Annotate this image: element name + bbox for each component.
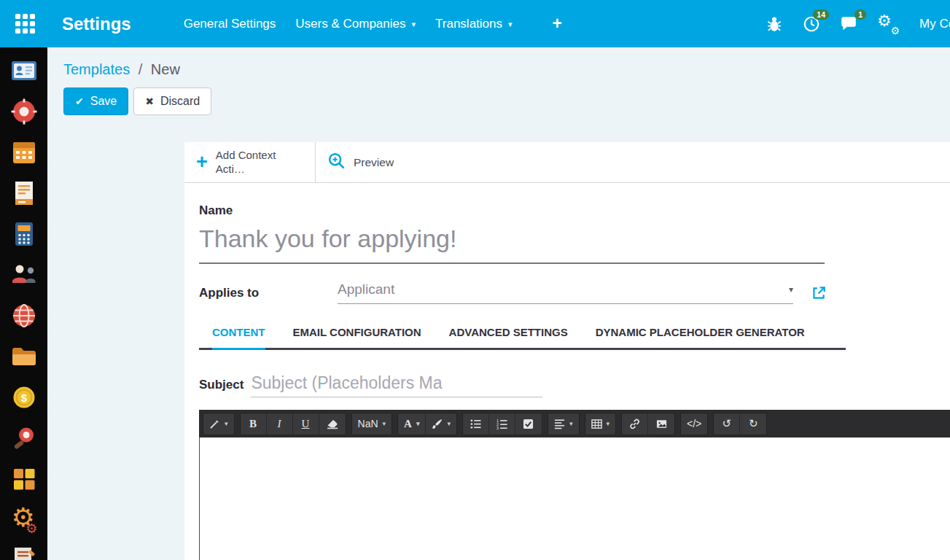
code-view-button[interactable]: </> (681, 413, 707, 435)
user-menu[interactable]: My Co (919, 17, 950, 31)
add-menu-button[interactable]: + (553, 14, 562, 34)
rich-text-editor: ▾ B I U NaN (199, 410, 950, 560)
settings-gears-icon[interactable]: ⚙ ⚙ (877, 14, 900, 34)
chevron-down-icon: ▾ (508, 20, 513, 28)
check-icon: ✔ (75, 96, 84, 107)
apps-grid-icon[interactable] (15, 14, 35, 34)
italic-button[interactable]: I (267, 413, 293, 435)
activities-badge: 14 (813, 9, 829, 20)
app-icon-calendar[interactable] (9, 138, 39, 167)
chevron-down-icon: ▾ (225, 420, 228, 427)
insert-image-button[interactable] (648, 413, 674, 435)
chevron-down-icon: ▾ (607, 420, 610, 427)
subject-field-label: Subject (199, 378, 244, 397)
app-icon-invoicing[interactable] (9, 179, 39, 208)
app-icon-helpdesk[interactable] (9, 97, 39, 126)
bulleted-list-button[interactable] (463, 413, 489, 435)
add-context-action-button[interactable]: + Add Context Acti… (184, 142, 316, 182)
breadcrumb-separator: / (139, 61, 143, 77)
tab-email-configuration[interactable]: EMAIL CONFIGURATION (293, 326, 421, 348)
plus-icon: + (196, 152, 208, 172)
external-link-icon[interactable] (811, 285, 827, 301)
style-magic-wand-button[interactable]: ▾ (203, 413, 234, 435)
activities-clock-icon[interactable]: 14 (803, 15, 820, 33)
cross-icon: ✖ (145, 96, 154, 107)
chevron-down-icon: ▾ (569, 420, 573, 427)
main-content: Templates / New ✔ Save ✖ Discard + Add C… (47, 47, 950, 560)
chevron-down-icon: ▾ (412, 20, 416, 28)
app-icon-contacts[interactable] (9, 56, 39, 85)
app-icon-partial-bottom[interactable] (9, 546, 39, 560)
form-body: Name Thank you for applying! Applies to … (184, 203, 950, 560)
messages-chat-icon[interactable]: 1 (840, 15, 857, 33)
tab-dynamic-placeholder-generator[interactable]: DYNAMIC PLACEHOLDER GENERATOR (596, 326, 805, 348)
messages-badge: 1 (854, 9, 866, 20)
chevron-down-icon: ▾ (416, 420, 420, 427)
name-input[interactable]: Thank you for applying! (199, 225, 825, 264)
chevron-down-icon: ▾ (789, 284, 793, 295)
undo-button[interactable]: ↺ (714, 413, 740, 435)
table-dropdown[interactable]: ▾ (585, 413, 616, 435)
systray: 14 1 ⚙ ⚙ My Co (766, 14, 950, 34)
numbered-list-button[interactable]: 123 (489, 413, 515, 435)
applies-to-row: Applies to Applicant ▾ (199, 281, 950, 304)
subject-input[interactable]: Subject (Placeholders Ma (251, 373, 542, 397)
insert-link-button[interactable] (622, 413, 648, 435)
font-size-dropdown[interactable]: NaN ▾ (352, 413, 392, 435)
svg-text:3: 3 (497, 426, 499, 429)
chevron-down-icon: ▾ (383, 420, 386, 427)
applies-to-label: Applies to (199, 286, 338, 300)
underline-button[interactable]: U (293, 413, 319, 435)
menu-translations[interactable]: Translations ▾ (435, 17, 513, 31)
zoom-in-icon (327, 152, 346, 173)
editor-content[interactable] (199, 438, 950, 560)
redo-button[interactable]: ↻ (740, 413, 766, 435)
top-navbar: Settings General Settings Users & Compan… (0, 0, 950, 47)
breadcrumb-current: New (151, 61, 180, 77)
font-color-dropdown[interactable]: A ▾ (398, 413, 426, 435)
topbar-menu: General Settings Users & Companies ▾ Tra… (184, 14, 562, 34)
app-icon-apps-blocks[interactable] (9, 464, 39, 494)
editor-toolbar: ▾ B I U NaN (199, 410, 950, 438)
save-button[interactable]: ✔ Save (63, 88, 128, 115)
app-icon-website[interactable] (9, 301, 39, 330)
form-statusbar: + Add Context Acti… Preview (184, 142, 950, 183)
svg-text:$: $ (20, 392, 27, 404)
form-sheet: + Add Context Acti… Preview Name Thank y… (184, 142, 950, 560)
tab-advanced-settings[interactable]: ADVANCED SETTINGS (449, 326, 568, 348)
menu-general-settings[interactable]: General Settings (184, 17, 276, 31)
control-panel-buttons: ✔ Save ✖ Discard (47, 78, 950, 115)
notebook-tabs: CONTENT EMAIL CONFIGURATION ADVANCED SET… (199, 326, 846, 350)
debug-bug-icon[interactable] (766, 15, 783, 33)
subject-row: Subject Subject (Placeholders Ma (199, 373, 950, 397)
chevron-down-icon: ▾ (447, 420, 451, 427)
applies-to-select[interactable]: Applicant ▾ (338, 281, 793, 304)
app-icon-sales-coin[interactable]: $ (9, 383, 39, 412)
breadcrumb-templates-link[interactable]: Templates (63, 61, 130, 77)
app-icon-link-tracker[interactable] (9, 424, 39, 453)
app-title[interactable]: Settings (62, 14, 131, 34)
preview-button[interactable]: Preview (316, 142, 405, 182)
remove-format-eraser-button[interactable] (319, 413, 346, 435)
app-icon-settings-gear[interactable]: ⚙ ⚙ (9, 505, 39, 534)
app-icon-referrals[interactable] (9, 260, 39, 289)
name-field-label: Name (199, 203, 950, 218)
app-icon-voip[interactable] (9, 219, 39, 249)
tab-content[interactable]: CONTENT (212, 326, 265, 350)
apps-sidebar: $ ⚙ ⚙ (0, 47, 47, 560)
discard-button[interactable]: ✖ Discard (133, 88, 211, 115)
menu-users-companies[interactable]: Users & Companies ▾ (295, 17, 416, 31)
align-dropdown[interactable]: ▾ (548, 413, 579, 435)
bold-button[interactable]: B (241, 413, 267, 435)
checklist-button[interactable] (515, 413, 542, 435)
highlight-brush-dropdown[interactable]: ▾ (426, 413, 456, 435)
settings-templates-page: Settings General Settings Users & Compan… (0, 0, 950, 560)
app-icon-documents[interactable] (9, 342, 39, 371)
breadcrumb: Templates / New (47, 47, 950, 78)
